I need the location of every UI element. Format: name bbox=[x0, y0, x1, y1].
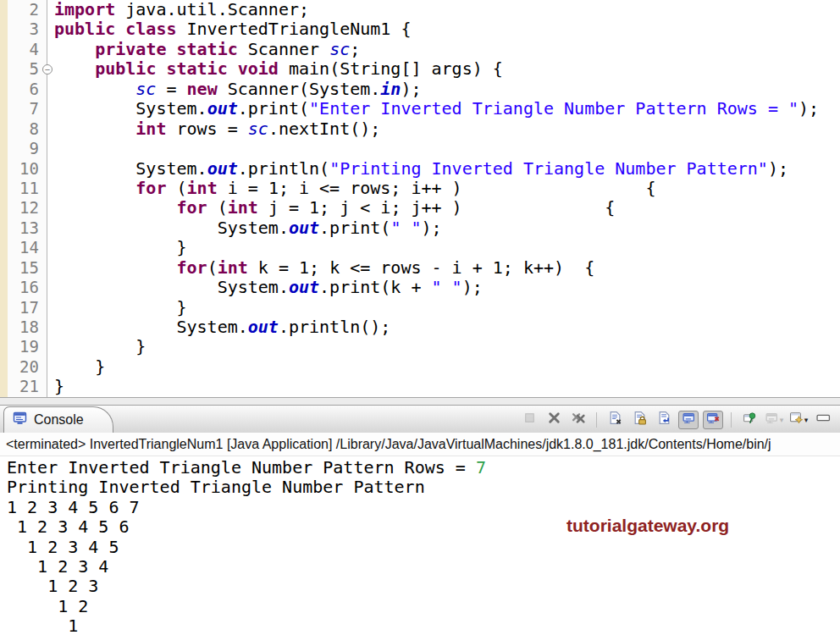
remove-all-terminated-icon bbox=[572, 411, 586, 428]
gutter-edge bbox=[0, 357, 8, 377]
code-line[interactable]: 20 } bbox=[0, 357, 840, 377]
line-number: 19 bbox=[8, 337, 47, 356]
remove-all-terminated-button[interactable] bbox=[568, 411, 589, 429]
gutter-edge bbox=[0, 198, 8, 218]
terminate-icon bbox=[522, 411, 537, 428]
code-line[interactable]: 4 private static Scanner sc; bbox=[0, 40, 840, 59]
java-editor[interactable]: 2import java.util.Scanner;3public class … bbox=[0, 0, 840, 397]
gutter-edge bbox=[0, 179, 8, 198]
console-output-line: Enter Inverted Triangle Number Pattern R… bbox=[7, 458, 840, 478]
open-console-icon bbox=[789, 411, 804, 428]
code-line[interactable]: 5 public static void main(String[] args)… bbox=[0, 59, 840, 79]
code-line[interactable]: 9 bbox=[0, 139, 840, 158]
toolbar-separator bbox=[731, 412, 732, 428]
code-text[interactable]: System.out.println("Printing Inverted Tr… bbox=[47, 159, 788, 179]
show-stderr-button[interactable] bbox=[703, 411, 723, 429]
code-line[interactable]: 7 System.out.print("Enter Inverted Trian… bbox=[0, 99, 840, 119]
code-text[interactable]: import java.util.Scanner; bbox=[47, 0, 309, 19]
code-line[interactable]: 16 System.out.print(k + " "); bbox=[0, 278, 840, 297]
console-output-line: 1 2 3 bbox=[7, 577, 840, 596]
minimize-button[interactable] bbox=[813, 411, 833, 429]
console-tabbar: Console ▾▾ bbox=[0, 405, 840, 433]
line-number: 11 bbox=[8, 179, 47, 198]
code-line[interactable]: 19 } bbox=[0, 337, 840, 356]
code-text[interactable]: public class InvertedTriangleNum1 { bbox=[47, 19, 411, 39]
pin-console-button[interactable] bbox=[739, 411, 760, 429]
show-stdout-button[interactable] bbox=[678, 411, 699, 429]
clear-console-icon bbox=[608, 411, 622, 428]
pin-console-icon bbox=[743, 411, 757, 428]
line-number: 14 bbox=[8, 238, 47, 257]
code-line[interactable]: 11 for (int i = 1; i <= rows; i++ ) { bbox=[0, 179, 840, 198]
console-tab-label: Console bbox=[34, 412, 84, 428]
editor-console-splitter[interactable] bbox=[0, 397, 840, 405]
line-number: 6 bbox=[8, 80, 47, 99]
clear-console-button[interactable] bbox=[605, 411, 625, 429]
word-wrap-button[interactable] bbox=[654, 411, 674, 429]
code-line[interactable]: 13 System.out.print(" "); bbox=[0, 218, 840, 238]
console-output-area[interactable]: Enter Inverted Triangle Number Pattern R… bbox=[0, 456, 840, 635]
code-line[interactable]: 8 int rows = sc.nextInt(); bbox=[0, 119, 840, 139]
console-output-line: 1 2 3 4 5 bbox=[7, 538, 840, 557]
code-text[interactable]: System.out.println(); bbox=[47, 318, 390, 337]
gutter-edge bbox=[0, 377, 8, 396]
code-line[interactable]: 12 for (int j = 1; j < i; j++ ) { bbox=[0, 198, 840, 218]
open-console-button[interactable]: ▾ bbox=[788, 411, 809, 429]
code-text[interactable]: } bbox=[47, 357, 105, 377]
code-text[interactable]: } bbox=[47, 298, 187, 318]
console-output: Enter Inverted Triangle Number Pattern R… bbox=[7, 458, 840, 635]
code-text[interactable]: System.out.print(" "); bbox=[47, 218, 442, 238]
scroll-lock-icon bbox=[633, 411, 647, 428]
code-text[interactable]: for(int k = 1; k <= rows - i + 1; k++) { bbox=[47, 258, 594, 278]
code-text[interactable]: System.out.print("Enter Inverted Triangl… bbox=[47, 99, 819, 119]
gutter-edge bbox=[0, 59, 8, 79]
gutter-edge bbox=[0, 298, 8, 318]
code-line[interactable]: 10 System.out.println("Printing Inverted… bbox=[0, 159, 840, 179]
code-text[interactable] bbox=[47, 139, 54, 158]
console-output-line: Printing Inverted Triangle Number Patter… bbox=[7, 478, 840, 497]
console-toolbar: ▾▾ bbox=[519, 406, 833, 433]
console-output-line: 1 2 3 4 bbox=[7, 557, 840, 577]
line-number: 15 bbox=[8, 258, 47, 278]
code-text[interactable]: sc = new Scanner(System.in); bbox=[47, 80, 422, 99]
gutter-edge bbox=[0, 99, 8, 119]
terminate-button bbox=[519, 411, 539, 429]
code-line[interactable]: 2import java.util.Scanner; bbox=[0, 0, 840, 19]
code-text[interactable]: public static void main(String[] args) { bbox=[47, 59, 503, 79]
code-line[interactable]: 21} bbox=[0, 377, 840, 396]
code-line[interactable]: 3public class InvertedTriangleNum1 { bbox=[0, 19, 840, 39]
scroll-lock-button[interactable] bbox=[629, 411, 649, 429]
code-text[interactable]: int rows = sc.nextInt(); bbox=[47, 119, 380, 139]
gutter-edge bbox=[0, 337, 8, 356]
code-text[interactable]: for (int i = 1; i <= rows; i++ ) { bbox=[47, 179, 655, 198]
code-text[interactable]: } bbox=[47, 337, 146, 356]
show-stderr-icon bbox=[706, 411, 721, 428]
line-number: 12 bbox=[8, 198, 47, 218]
gutter-edge bbox=[0, 278, 8, 297]
line-number: 16 bbox=[8, 278, 47, 297]
gutter-edge bbox=[0, 19, 8, 39]
code-line[interactable]: 18 System.out.println(); bbox=[0, 318, 840, 337]
code-line[interactable]: 14 } bbox=[0, 238, 840, 257]
line-number: 9 bbox=[8, 139, 47, 158]
chevron-down-icon: ▾ bbox=[780, 416, 784, 424]
remove-launch-icon bbox=[547, 411, 561, 428]
eclipse-window: 2import java.util.Scanner;3public class … bbox=[0, 0, 840, 635]
code-text[interactable]: } bbox=[47, 238, 187, 257]
code-line[interactable]: 17 } bbox=[0, 298, 840, 318]
display-selected-console-icon bbox=[765, 411, 779, 428]
code-text[interactable]: for (int j = 1; j < i; j++ ) { bbox=[47, 198, 615, 218]
line-number: 3 bbox=[8, 19, 47, 39]
chevron-down-icon: ▾ bbox=[804, 416, 809, 424]
code-text[interactable]: } bbox=[47, 377, 64, 396]
line-number: 20 bbox=[8, 357, 47, 377]
watermark-text: tutorialgateway.org bbox=[566, 516, 729, 536]
gutter-edge bbox=[0, 159, 8, 179]
gutter-edge bbox=[0, 0, 8, 19]
code-line[interactable]: 15 for(int k = 1; k <= rows - i + 1; k++… bbox=[0, 258, 840, 278]
remove-launch-button[interactable] bbox=[544, 411, 564, 429]
tab-console[interactable]: Console bbox=[3, 406, 113, 433]
code-text[interactable]: System.out.print(k + " "); bbox=[47, 278, 483, 297]
code-line[interactable]: 6 sc = new Scanner(System.in); bbox=[0, 80, 840, 99]
code-text[interactable]: private static Scanner sc; bbox=[47, 40, 360, 59]
